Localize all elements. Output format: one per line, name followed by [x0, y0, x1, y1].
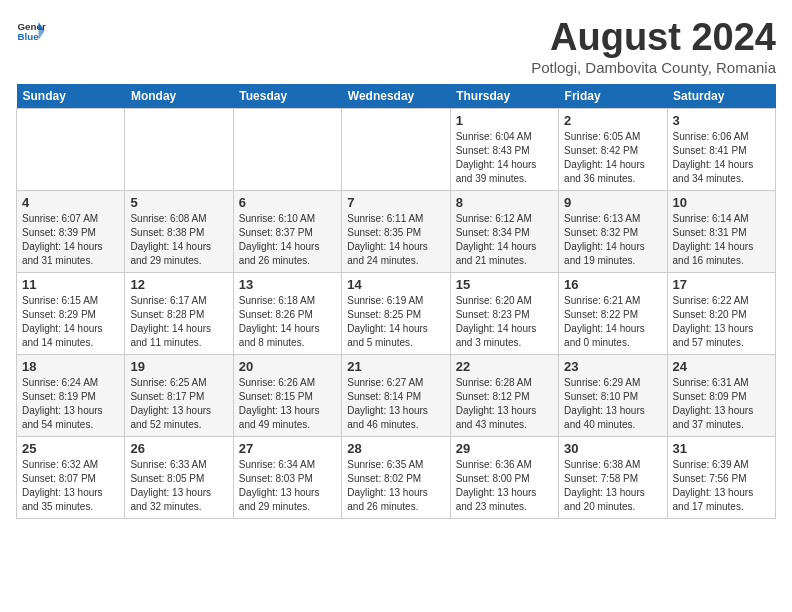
day-detail: Sunrise: 6:14 AM Sunset: 8:31 PM Dayligh… — [673, 212, 770, 268]
day-number: 7 — [347, 195, 444, 210]
calendar-cell: 27Sunrise: 6:34 AM Sunset: 8:03 PM Dayli… — [233, 437, 341, 519]
day-detail: Sunrise: 6:22 AM Sunset: 8:20 PM Dayligh… — [673, 294, 770, 350]
calendar-cell: 12Sunrise: 6:17 AM Sunset: 8:28 PM Dayli… — [125, 273, 233, 355]
day-number: 28 — [347, 441, 444, 456]
day-number: 8 — [456, 195, 553, 210]
day-number: 4 — [22, 195, 119, 210]
day-number: 17 — [673, 277, 770, 292]
day-number: 20 — [239, 359, 336, 374]
day-detail: Sunrise: 6:32 AM Sunset: 8:07 PM Dayligh… — [22, 458, 119, 514]
calendar-cell: 28Sunrise: 6:35 AM Sunset: 8:02 PM Dayli… — [342, 437, 450, 519]
day-number: 19 — [130, 359, 227, 374]
day-detail: Sunrise: 6:11 AM Sunset: 8:35 PM Dayligh… — [347, 212, 444, 268]
day-number: 1 — [456, 113, 553, 128]
day-number: 22 — [456, 359, 553, 374]
day-detail: Sunrise: 6:39 AM Sunset: 7:56 PM Dayligh… — [673, 458, 770, 514]
day-number: 11 — [22, 277, 119, 292]
day-number: 16 — [564, 277, 661, 292]
weekday-header-saturday: Saturday — [667, 84, 775, 109]
day-detail: Sunrise: 6:13 AM Sunset: 8:32 PM Dayligh… — [564, 212, 661, 268]
weekday-header-sunday: Sunday — [17, 84, 125, 109]
week-row-5: 25Sunrise: 6:32 AM Sunset: 8:07 PM Dayli… — [17, 437, 776, 519]
calendar-cell — [233, 109, 341, 191]
calendar-cell: 30Sunrise: 6:38 AM Sunset: 7:58 PM Dayli… — [559, 437, 667, 519]
day-detail: Sunrise: 6:18 AM Sunset: 8:26 PM Dayligh… — [239, 294, 336, 350]
calendar-cell: 17Sunrise: 6:22 AM Sunset: 8:20 PM Dayli… — [667, 273, 775, 355]
calendar-cell: 29Sunrise: 6:36 AM Sunset: 8:00 PM Dayli… — [450, 437, 558, 519]
weekday-header-friday: Friday — [559, 84, 667, 109]
calendar-cell — [125, 109, 233, 191]
calendar-cell: 8Sunrise: 6:12 AM Sunset: 8:34 PM Daylig… — [450, 191, 558, 273]
calendar-cell: 13Sunrise: 6:18 AM Sunset: 8:26 PM Dayli… — [233, 273, 341, 355]
calendar-table: SundayMondayTuesdayWednesdayThursdayFrid… — [16, 84, 776, 519]
calendar-cell: 11Sunrise: 6:15 AM Sunset: 8:29 PM Dayli… — [17, 273, 125, 355]
calendar-cell: 5Sunrise: 6:08 AM Sunset: 8:38 PM Daylig… — [125, 191, 233, 273]
day-number: 25 — [22, 441, 119, 456]
calendar-cell: 18Sunrise: 6:24 AM Sunset: 8:19 PM Dayli… — [17, 355, 125, 437]
calendar-cell — [17, 109, 125, 191]
day-detail: Sunrise: 6:36 AM Sunset: 8:00 PM Dayligh… — [456, 458, 553, 514]
day-detail: Sunrise: 6:04 AM Sunset: 8:43 PM Dayligh… — [456, 130, 553, 186]
day-detail: Sunrise: 6:08 AM Sunset: 8:38 PM Dayligh… — [130, 212, 227, 268]
day-detail: Sunrise: 6:33 AM Sunset: 8:05 PM Dayligh… — [130, 458, 227, 514]
day-detail: Sunrise: 6:26 AM Sunset: 8:15 PM Dayligh… — [239, 376, 336, 432]
day-number: 24 — [673, 359, 770, 374]
day-number: 21 — [347, 359, 444, 374]
calendar-cell: 1Sunrise: 6:04 AM Sunset: 8:43 PM Daylig… — [450, 109, 558, 191]
day-number: 9 — [564, 195, 661, 210]
calendar-cell: 22Sunrise: 6:28 AM Sunset: 8:12 PM Dayli… — [450, 355, 558, 437]
title-area: August 2024 Potlogi, Dambovita County, R… — [531, 16, 776, 76]
calendar-cell: 6Sunrise: 6:10 AM Sunset: 8:37 PM Daylig… — [233, 191, 341, 273]
day-detail: Sunrise: 6:19 AM Sunset: 8:25 PM Dayligh… — [347, 294, 444, 350]
day-detail: Sunrise: 6:07 AM Sunset: 8:39 PM Dayligh… — [22, 212, 119, 268]
day-detail: Sunrise: 6:17 AM Sunset: 8:28 PM Dayligh… — [130, 294, 227, 350]
day-number: 2 — [564, 113, 661, 128]
calendar-cell: 10Sunrise: 6:14 AM Sunset: 8:31 PM Dayli… — [667, 191, 775, 273]
calendar-cell: 26Sunrise: 6:33 AM Sunset: 8:05 PM Dayli… — [125, 437, 233, 519]
week-row-1: 1Sunrise: 6:04 AM Sunset: 8:43 PM Daylig… — [17, 109, 776, 191]
day-number: 30 — [564, 441, 661, 456]
day-number: 27 — [239, 441, 336, 456]
calendar-subtitle: Potlogi, Dambovita County, Romania — [531, 59, 776, 76]
day-detail: Sunrise: 6:38 AM Sunset: 7:58 PM Dayligh… — [564, 458, 661, 514]
week-row-4: 18Sunrise: 6:24 AM Sunset: 8:19 PM Dayli… — [17, 355, 776, 437]
calendar-cell: 20Sunrise: 6:26 AM Sunset: 8:15 PM Dayli… — [233, 355, 341, 437]
day-detail: Sunrise: 6:10 AM Sunset: 8:37 PM Dayligh… — [239, 212, 336, 268]
day-number: 12 — [130, 277, 227, 292]
calendar-title: August 2024 — [531, 16, 776, 59]
calendar-cell: 3Sunrise: 6:06 AM Sunset: 8:41 PM Daylig… — [667, 109, 775, 191]
calendar-cell: 15Sunrise: 6:20 AM Sunset: 8:23 PM Dayli… — [450, 273, 558, 355]
day-number: 13 — [239, 277, 336, 292]
logo-icon: General Blue — [16, 16, 46, 46]
calendar-cell: 25Sunrise: 6:32 AM Sunset: 8:07 PM Dayli… — [17, 437, 125, 519]
day-number: 14 — [347, 277, 444, 292]
weekday-header-row: SundayMondayTuesdayWednesdayThursdayFrid… — [17, 84, 776, 109]
day-detail: Sunrise: 6:29 AM Sunset: 8:10 PM Dayligh… — [564, 376, 661, 432]
calendar-cell: 2Sunrise: 6:05 AM Sunset: 8:42 PM Daylig… — [559, 109, 667, 191]
calendar-cell: 24Sunrise: 6:31 AM Sunset: 8:09 PM Dayli… — [667, 355, 775, 437]
day-detail: Sunrise: 6:21 AM Sunset: 8:22 PM Dayligh… — [564, 294, 661, 350]
calendar-cell: 19Sunrise: 6:25 AM Sunset: 8:17 PM Dayli… — [125, 355, 233, 437]
calendar-cell: 23Sunrise: 6:29 AM Sunset: 8:10 PM Dayli… — [559, 355, 667, 437]
calendar-cell: 31Sunrise: 6:39 AM Sunset: 7:56 PM Dayli… — [667, 437, 775, 519]
calendar-cell: 9Sunrise: 6:13 AM Sunset: 8:32 PM Daylig… — [559, 191, 667, 273]
day-detail: Sunrise: 6:24 AM Sunset: 8:19 PM Dayligh… — [22, 376, 119, 432]
logo: General Blue — [16, 16, 46, 46]
day-number: 26 — [130, 441, 227, 456]
day-detail: Sunrise: 6:35 AM Sunset: 8:02 PM Dayligh… — [347, 458, 444, 514]
calendar-cell: 16Sunrise: 6:21 AM Sunset: 8:22 PM Dayli… — [559, 273, 667, 355]
weekday-header-thursday: Thursday — [450, 84, 558, 109]
svg-marker-3 — [39, 30, 45, 41]
calendar-cell — [342, 109, 450, 191]
calendar-cell: 14Sunrise: 6:19 AM Sunset: 8:25 PM Dayli… — [342, 273, 450, 355]
day-detail: Sunrise: 6:20 AM Sunset: 8:23 PM Dayligh… — [456, 294, 553, 350]
weekday-header-monday: Monday — [125, 84, 233, 109]
day-number: 15 — [456, 277, 553, 292]
page-header: General Blue August 2024 Potlogi, Dambov… — [16, 16, 776, 76]
day-detail: Sunrise: 6:34 AM Sunset: 8:03 PM Dayligh… — [239, 458, 336, 514]
day-detail: Sunrise: 6:06 AM Sunset: 8:41 PM Dayligh… — [673, 130, 770, 186]
calendar-cell: 7Sunrise: 6:11 AM Sunset: 8:35 PM Daylig… — [342, 191, 450, 273]
day-number: 29 — [456, 441, 553, 456]
calendar-cell: 21Sunrise: 6:27 AM Sunset: 8:14 PM Dayli… — [342, 355, 450, 437]
day-number: 6 — [239, 195, 336, 210]
